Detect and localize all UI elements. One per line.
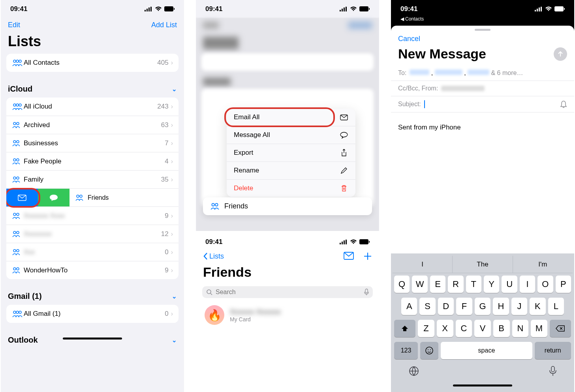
key-l[interactable]: L (548, 298, 564, 315)
cellular-icon (535, 7, 543, 11)
row-fake-people[interactable]: Fake People 4 › (6, 152, 179, 170)
key-numbers[interactable]: 123 (394, 342, 418, 359)
row-family[interactable]: Family 35 › (6, 170, 179, 188)
key-c[interactable]: C (456, 320, 472, 337)
section-title: Outlook (8, 336, 38, 345)
key-return[interactable]: return (535, 342, 571, 359)
key-g[interactable]: G (475, 298, 490, 315)
row-wonderhowto[interactable]: WonderHowTo 9 › (6, 261, 179, 279)
people2-icon (12, 267, 24, 274)
search-field[interactable] (202, 286, 373, 298)
row-all-icloud[interactable]: All iCloud 243 › (6, 98, 179, 116)
suggestion[interactable]: I'm (513, 256, 573, 273)
send-button[interactable] (554, 47, 567, 61)
mic-icon[interactable] (364, 289, 369, 296)
key-r[interactable]: R (448, 276, 463, 293)
key-m[interactable]: M (531, 320, 547, 337)
key-shift[interactable] (394, 320, 415, 337)
trash-icon (340, 185, 348, 192)
add-contact-button[interactable] (363, 252, 372, 261)
pencil-icon (340, 167, 348, 174)
svg-point-59 (428, 349, 428, 350)
add-list-button[interactable]: Add List (151, 21, 177, 29)
emoji-icon (425, 346, 434, 355)
swipe-message-button[interactable] (38, 189, 70, 206)
row-archived[interactable]: Archived 63 › (6, 116, 179, 134)
home-indicator[interactable] (453, 384, 512, 386)
key-j[interactable]: J (511, 298, 527, 315)
key-v[interactable]: V (474, 320, 491, 337)
menu-email-all[interactable]: Email All (227, 109, 355, 126)
row-count: 243 (157, 103, 168, 111)
key-k[interactable]: K (530, 298, 545, 315)
bell-icon[interactable] (560, 100, 567, 108)
svg-point-60 (430, 349, 431, 350)
menu-delete[interactable]: Delete (227, 179, 355, 197)
row-blurred[interactable]: Xxx 0 › (6, 243, 179, 261)
sheet-grabber[interactable] (475, 29, 490, 31)
menu-export[interactable]: Export (227, 144, 355, 161)
search-input[interactable] (216, 289, 361, 296)
my-card-row[interactable]: 🔥 Xxxxxx Xxxxxx My Card (196, 300, 379, 330)
chevron-right-icon: › (171, 140, 173, 147)
svg-point-41 (212, 203, 214, 206)
key-space[interactable]: space (441, 342, 532, 359)
cc-bcc-field[interactable]: Cc/Bcc, From: (391, 81, 574, 96)
subject-input[interactable] (424, 100, 557, 108)
back-to-app[interactable]: ◀ Contacts (391, 16, 574, 22)
key-d[interactable]: D (438, 298, 454, 315)
section-header-gmail[interactable]: Gmail (1) ⌄ (1, 289, 184, 305)
message-body[interactable]: Sent from my iPhone (391, 113, 574, 253)
key-w[interactable]: W (412, 276, 427, 293)
row-friends-swiped[interactable]: Friends (6, 188, 179, 206)
to-field[interactable]: To: , , & 6 more… (391, 66, 574, 81)
row-businesses[interactable]: Businesses 7 › (6, 134, 179, 152)
svg-point-19 (17, 177, 19, 179)
menu-label: Email All (234, 113, 259, 121)
key-p[interactable]: P (556, 276, 571, 293)
message-icon (340, 131, 348, 139)
menu-rename[interactable]: Rename (227, 161, 355, 179)
key-n[interactable]: N (512, 320, 529, 337)
menu-message-all[interactable]: Message All (227, 126, 355, 144)
row-all-gmail[interactable]: All Gmail (1) 0 › (6, 305, 179, 323)
more-recipients[interactable]: & 6 more… (491, 69, 523, 76)
globe-button[interactable] (408, 366, 419, 377)
chevron-down-icon: ⌄ (172, 86, 177, 93)
key-a[interactable]: A (401, 298, 417, 315)
section-header-icloud[interactable]: iCloud ⌄ (1, 82, 184, 98)
arrow-up-icon (557, 51, 564, 58)
key-b[interactable]: B (493, 320, 510, 337)
preview-pill-friends[interactable]: Friends (203, 197, 372, 215)
key-z[interactable]: Z (418, 320, 434, 337)
dictation-button[interactable] (549, 366, 557, 377)
row-blurred[interactable]: Xxxxxxxx 12 › (6, 225, 179, 243)
row-blurred[interactable]: Xxxxxxx Xxxx 9 › (6, 206, 179, 225)
suggestion[interactable]: I (393, 256, 453, 273)
key-y[interactable]: Y (484, 276, 499, 293)
share-icon (340, 149, 348, 157)
subject-field[interactable]: Subject: (391, 96, 574, 113)
key-s[interactable]: S (419, 298, 435, 315)
key-x[interactable]: X (437, 320, 453, 337)
key-f[interactable]: F (456, 298, 472, 315)
key-h[interactable]: H (493, 298, 509, 315)
key-backspace[interactable] (550, 320, 571, 337)
key-o[interactable]: O (537, 276, 553, 293)
svg-point-14 (13, 141, 16, 143)
home-indicator[interactable] (63, 338, 122, 339)
key-t[interactable]: T (466, 276, 481, 293)
key-q[interactable]: Q (394, 276, 410, 293)
key-emoji[interactable] (420, 342, 438, 359)
swipe-email-button[interactable] (6, 189, 38, 206)
key-e[interactable]: E (430, 276, 445, 293)
key-u[interactable]: U (502, 276, 517, 293)
edit-button[interactable]: Edit (8, 21, 20, 29)
back-button[interactable]: Lists (203, 252, 224, 261)
key-i[interactable]: I (520, 276, 535, 293)
row-all-contacts[interactable]: All Contacts 405 › (6, 54, 179, 72)
row-count: 405 (157, 59, 168, 67)
suggestion[interactable]: The (453, 256, 513, 273)
cancel-button[interactable]: Cancel (398, 35, 420, 43)
compose-email-button[interactable] (344, 252, 354, 261)
